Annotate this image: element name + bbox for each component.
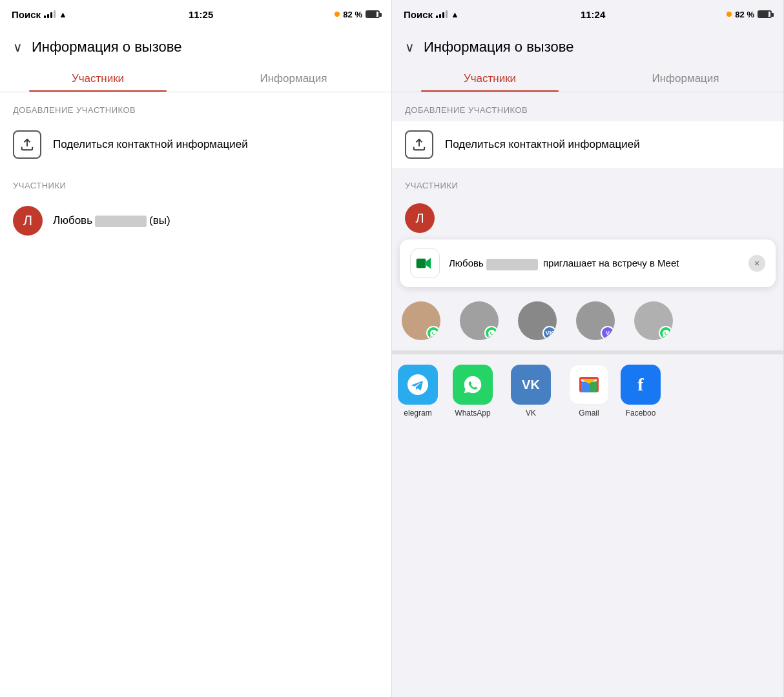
right-share-text: Поделиться контактной информацией	[445, 137, 640, 152]
whatsapp-app-label: WhatsApp	[455, 409, 490, 418]
right-panel-header: ∨ Информация о вызове	[392, 28, 783, 65]
left-participant-row: Л Любовь(вы)	[0, 197, 391, 245]
right-chevron-down-icon[interactable]: ∨	[405, 39, 415, 55]
google-meet-icon	[413, 252, 437, 275]
contact-item-3[interactable]: VK	[508, 298, 566, 344]
contact-item-1[interactable]	[392, 298, 450, 344]
gmail-app-label: Gmail	[579, 409, 599, 418]
left-tab-info[interactable]: Информация	[196, 65, 391, 92]
left-share-icon-box	[13, 130, 41, 159]
left-status-right: 82 %	[335, 10, 380, 19]
left-share-row[interactable]: Поделиться контактной информацией	[0, 121, 391, 168]
left-panel-content: ДОБАВЛЕНИЕ УЧАСТНИКОВ Поделиться контакт…	[0, 92, 391, 697]
right-notification-area: Любовь приглашает на встречу в Meet ×	[392, 233, 783, 291]
left-orange-dot	[335, 12, 340, 17]
left-participant-avatar: Л	[13, 206, 43, 236]
whatsapp-app-icon	[453, 365, 493, 405]
left-carrier: Поиск	[12, 9, 41, 20]
right-meet-icon	[410, 248, 440, 278]
left-status-bar: Поиск ▲ 11:25 82 %	[0, 0, 391, 28]
svg-rect-1	[417, 259, 426, 268]
right-status-right: 82 %	[727, 10, 772, 19]
left-tabs: Участники Информация	[0, 65, 391, 92]
right-add-participants-label: ДОБАВЛЕНИЕ УЧАСТНИКОВ	[392, 92, 783, 121]
left-battery-icon	[366, 10, 380, 18]
right-panel-content: ДОБАВЛЕНИЕ УЧАСТНИКОВ Поделиться контакт…	[392, 92, 783, 697]
right-share-up-icon	[412, 137, 426, 152]
right-contacts-scroll: VK V	[392, 291, 783, 350]
left-panel-header: ∨ Информация о вызове	[0, 28, 391, 65]
left-share-up-icon	[20, 137, 34, 152]
right-tabs: Участники Информация	[392, 65, 783, 92]
app-item-whatsapp[interactable]: WhatsApp	[444, 361, 502, 421]
right-panel-title: Информация о вызове	[424, 39, 573, 56]
app-item-vk[interactable]: VK VK	[502, 361, 560, 421]
left-add-participants-label: ДОБАВЛЕНИЕ УЧАСТНИКОВ	[0, 92, 391, 121]
right-status-bar: Поиск ▲ 11:24 82 %	[392, 0, 783, 28]
left-tab-participants[interactable]: Участники	[0, 65, 196, 92]
right-participants-label: УЧАСТНИКИ	[392, 168, 783, 197]
vk-app-icon: VK	[511, 365, 551, 405]
telegram-app-icon	[398, 365, 438, 405]
right-orange-dot	[727, 12, 732, 17]
left-phone-panel: Поиск ▲ 11:25 82 % ∨ Информация о вызове…	[0, 0, 392, 697]
right-tab-info[interactable]: Информация	[588, 65, 783, 92]
left-share-text: Поделиться контактной информацией	[53, 137, 248, 152]
right-carrier: Поиск	[404, 9, 433, 20]
right-notification-blurred-name	[486, 259, 538, 270]
left-status-left: Поиск ▲	[12, 9, 67, 20]
facebook-app-icon: f	[621, 365, 661, 405]
right-phone-panel: Поиск ▲ 11:24 82 % ∨ Информация о вызове…	[392, 0, 784, 697]
contact-avatar-2	[460, 301, 499, 340]
right-participant-avatar-partial: Л	[405, 203, 435, 233]
left-participant-name: Любовь(вы)	[53, 214, 170, 227]
right-meet-notification: Любовь приглашает на встречу в Meet ×	[400, 239, 776, 287]
left-participants-label: УЧАСТНИКИ	[0, 168, 391, 197]
right-share-row[interactable]: Поделиться контактной информацией	[392, 121, 783, 168]
svg-rect-3	[581, 382, 589, 393]
contact-badge-whatsapp-1	[426, 326, 440, 340]
right-time: 11:24	[581, 9, 605, 20]
app-item-facebook[interactable]: f Faceboo	[618, 361, 663, 421]
app-item-gmail[interactable]: Gmail	[560, 361, 618, 421]
right-tab-participants[interactable]: Участники	[392, 65, 588, 92]
right-notification-close-button[interactable]: ×	[748, 255, 765, 272]
contact-badge-viber: V	[601, 326, 615, 340]
right-partial-participant: Л	[392, 197, 783, 233]
left-blurred-name	[95, 216, 147, 227]
left-signal-bars	[44, 10, 56, 18]
left-chevron-down-icon[interactable]: ∨	[13, 39, 23, 55]
contact-item-5[interactable]	[624, 298, 683, 344]
right-wifi-icon: ▲	[451, 10, 459, 19]
vk-app-label: VK	[526, 409, 536, 418]
left-panel-title: Информация о вызове	[32, 39, 181, 56]
contact-avatar-4: V	[576, 301, 615, 340]
right-notification-text: Любовь приглашает на встречу в Meet	[449, 256, 739, 270]
telegram-app-label: elegram	[404, 409, 431, 418]
contact-avatar-3: VK	[518, 301, 557, 340]
app-item-telegram[interactable]: elegram	[392, 361, 444, 421]
right-signal-bars	[436, 10, 448, 18]
right-apps-row: elegram WhatsApp VK VK Gmai	[392, 354, 783, 428]
contact-item-2[interactable]	[450, 298, 508, 344]
contact-badge-vk: VK	[542, 326, 557, 340]
contact-item-4[interactable]: V	[566, 298, 624, 344]
facebook-app-label: Faceboo	[626, 409, 656, 418]
left-time: 11:25	[189, 9, 213, 20]
left-battery-text: 82 %	[343, 10, 362, 19]
contact-badge-whatsapp-5	[659, 326, 673, 340]
contact-badge-whatsapp-2	[484, 326, 499, 340]
right-battery-icon	[758, 10, 772, 18]
contact-avatar-1	[402, 301, 440, 340]
right-status-left: Поиск ▲	[404, 9, 459, 20]
svg-rect-4	[589, 382, 597, 393]
left-wifi-icon: ▲	[59, 10, 67, 19]
right-share-icon-box	[405, 130, 433, 159]
contact-avatar-5	[634, 301, 673, 340]
right-battery-text: 82 %	[735, 10, 754, 19]
gmail-app-icon	[569, 365, 609, 405]
